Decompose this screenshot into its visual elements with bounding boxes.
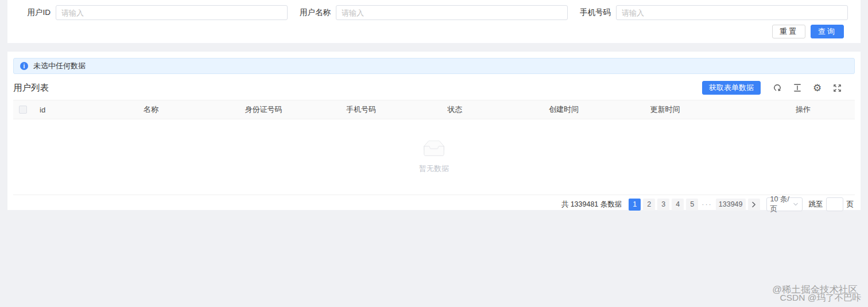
user-name-input[interactable] <box>336 5 568 20</box>
column-header-created-at: 创建时间 <box>549 104 650 115</box>
column-header-updated-at: 更新时间 <box>650 104 752 115</box>
user-list-card: i 未选中任何数据 用户列表 获取表单数据 ⚙ <box>7 52 861 210</box>
reset-button[interactable]: 重置 <box>772 25 805 38</box>
alert-message: 未选中任何数据 <box>33 61 86 71</box>
empty-state: 暂无数据 <box>13 119 855 195</box>
page-button-2[interactable]: 2 <box>643 199 655 211</box>
get-form-data-button[interactable]: 获取表单数据 <box>702 81 761 95</box>
column-header-id: id <box>40 106 144 114</box>
search-form-row: 用户ID 用户名称 手机号码 <box>7 5 861 20</box>
pagination: 共 1339481 条数据 1 2 3 4 5 ··· 133949 10 条/… <box>13 195 855 213</box>
column-header-name: 名称 <box>144 104 245 115</box>
panel-gap <box>0 43 868 52</box>
user-name-label: 用户名称 <box>288 7 336 18</box>
watermark-line2: CSDN @玛了不巴咔 <box>772 293 861 302</box>
table-toolbar: 获取表单数据 ⚙ <box>702 81 855 95</box>
select-all-checkbox[interactable] <box>19 106 27 114</box>
page-size-value: 10 条/页 <box>770 195 794 214</box>
reload-icon[interactable] <box>772 83 782 93</box>
settings-icon[interactable]: ⚙ <box>812 83 822 93</box>
next-page-button[interactable] <box>748 199 760 211</box>
page-button-5[interactable]: 5 <box>686 199 698 211</box>
search-panel: 用户ID 用户名称 手机号码 重置 查询 <box>7 0 861 43</box>
chevron-right-icon <box>751 201 757 208</box>
chevron-down-icon <box>793 203 798 206</box>
selection-alert: i 未选中任何数据 <box>13 58 855 74</box>
form-item-phone: 手机号码 <box>568 5 848 20</box>
search-actions: 重置 查询 <box>7 20 861 38</box>
header-checkbox-cell <box>13 106 40 114</box>
page-title: 用户列表 <box>13 82 49 94</box>
empty-text: 暂无数据 <box>419 164 449 174</box>
column-header-status: 状态 <box>448 104 549 115</box>
form-item-user-name: 用户名称 <box>288 5 568 20</box>
page-button-1[interactable]: 1 <box>629 199 641 211</box>
watermark: @稀土掘金技术社区 CSDN @玛了不巴咔 <box>772 285 861 302</box>
fullscreen-icon[interactable] <box>832 83 842 93</box>
column-header-phone: 手机号码 <box>346 104 448 115</box>
form-item-user-id: 用户ID <box>7 5 288 20</box>
page-button-3[interactable]: 3 <box>657 199 669 211</box>
page-button-last[interactable]: 133949 <box>716 199 746 211</box>
jump-suffix-label: 页 <box>847 200 854 209</box>
empty-box-icon <box>420 141 448 158</box>
user-id-input[interactable] <box>56 5 288 20</box>
column-height-icon[interactable] <box>792 83 802 93</box>
query-button[interactable]: 查询 <box>811 25 844 38</box>
page-size-select[interactable]: 10 条/页 <box>766 197 803 211</box>
phone-input[interactable] <box>616 5 848 20</box>
user-id-label: 用户ID <box>7 7 56 18</box>
phone-label: 手机号码 <box>568 7 616 18</box>
column-header-id-card: 身份证号码 <box>245 104 347 115</box>
jump-prefix-label: 跳至 <box>809 200 823 209</box>
page-button-4[interactable]: 4 <box>672 199 684 211</box>
table-header-row: id 名称 身份证号码 手机号码 状态 创建时间 更新时间 操作 <box>13 100 855 119</box>
jump-page-input[interactable] <box>826 197 843 211</box>
column-header-actions: 操作 <box>751 104 855 115</box>
info-circle-icon: i <box>20 62 28 70</box>
more-pages-icon[interactable]: ··· <box>702 200 712 208</box>
pagination-total: 共 1339481 条数据 <box>561 200 622 209</box>
card-header: 用户列表 获取表单数据 ⚙ <box>13 81 855 95</box>
